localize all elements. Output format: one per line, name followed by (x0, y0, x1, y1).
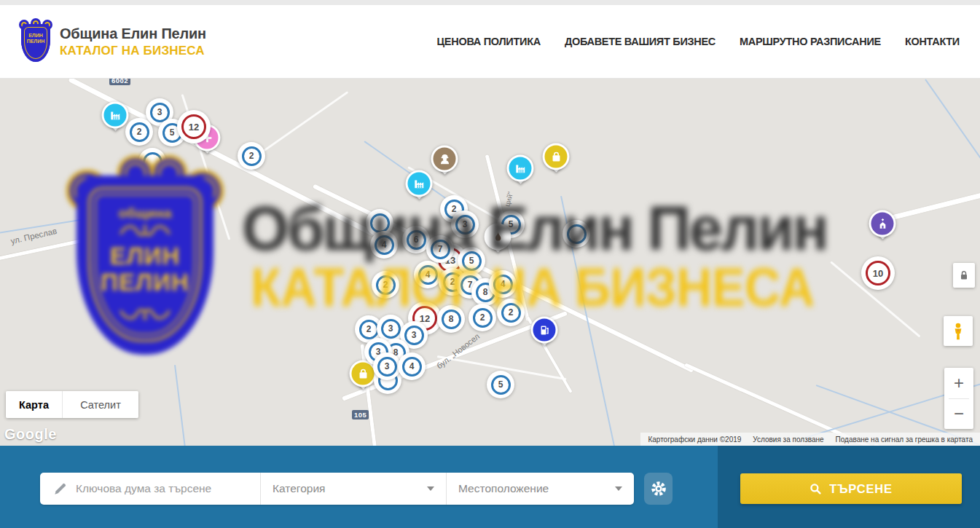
worker-icon (438, 152, 451, 165)
crest-name: ЕЛИН ПЕЛИН (19, 33, 52, 44)
site-title: Община Елин Пелин (60, 25, 206, 42)
zoom-out-button[interactable]: − (944, 398, 973, 429)
google-logo[interactable]: Google (4, 426, 57, 443)
chevron-down-icon (615, 486, 622, 491)
map-markers: 325122235641375242784128222338334510 (0, 79, 980, 446)
pencil-icon (53, 482, 67, 496)
map-cluster-4[interactable]: 4 (370, 231, 398, 259)
category-select[interactable]: Категория (260, 473, 446, 505)
attribution-report-link[interactable]: Подаване на сигнал за грешка в картата (836, 436, 973, 444)
map-pin-factory[interactable] (406, 170, 433, 197)
map-cluster-2[interactable]: 2 (238, 142, 265, 170)
advanced-search-button[interactable] (644, 473, 673, 505)
street-view-pegman[interactable] (944, 316, 973, 346)
nav-contacts[interactable]: КОНТАКТИ (905, 36, 960, 47)
gear-icon (651, 481, 667, 497)
zoom-control: + − (944, 368, 973, 429)
pegman-icon (950, 322, 966, 341)
flame-icon (491, 230, 504, 243)
nav-route-schedule[interactable]: МАРШРУТНО РАЗПИСАНИЕ (740, 36, 881, 47)
map-pin-factory[interactable] (507, 155, 534, 182)
map-type-control: Карта Сателит (6, 391, 138, 418)
chevron-down-icon (427, 486, 434, 491)
map-cluster-7[interactable]: 7 (426, 235, 454, 263)
search-button[interactable]: ТЪРСЕНЕ (740, 473, 962, 504)
attribution-copyright: Картографски данни ©2019 (648, 436, 741, 444)
map-cluster-2[interactable]: 2 (125, 118, 153, 146)
search-button-label: ТЪРСЕНЕ (829, 482, 892, 496)
map-cluster-3[interactable]: 3 (373, 352, 401, 380)
site-subtitle: КАТАЛОГ НА БИЗНЕСА (60, 44, 206, 58)
church-icon (876, 217, 889, 230)
map-cluster-4[interactable]: 4 (414, 261, 442, 288)
google-map[interactable]: 325122235641375242784128222338334510 общ… (0, 79, 980, 446)
municipality-crest-logo: ЕЛИН ПЕЛИН (19, 20, 52, 63)
category-select-value: Категория (273, 482, 325, 495)
factory-icon (412, 177, 426, 190)
map-cluster[interactable] (562, 220, 590, 248)
map-type-map-button[interactable]: Карта (6, 391, 63, 418)
map-pin-flame[interactable] (485, 224, 511, 251)
map-cluster-3[interactable]: 3 (451, 210, 479, 238)
factory-icon (109, 109, 122, 122)
map-cluster-8[interactable]: 8 (437, 305, 465, 333)
page-top-strip (0, 0, 980, 5)
map-cluster[interactable] (138, 148, 166, 176)
shopping-bag-icon (549, 150, 562, 163)
fuel-pump-icon (538, 323, 551, 336)
map-pin-fuel[interactable] (531, 317, 558, 344)
location-select-value: Местоположение (458, 482, 549, 495)
brand[interactable]: ЕЛИН ПЕЛИН Община Елин Пелин КАТАЛОГ НА … (19, 20, 206, 63)
map-cluster-4[interactable]: 4 (489, 270, 517, 298)
site-header: ЕЛИН ПЕЛИН Община Елин Пелин КАТАЛОГ НА … (0, 5, 980, 79)
map-pin-bag[interactable] (543, 143, 570, 170)
zoom-in-button[interactable]: + (944, 368, 973, 398)
search-input-group: Категория Местоположение (40, 473, 634, 505)
map-cluster-2[interactable]: 2 (372, 271, 399, 299)
location-select[interactable]: Местоположение (446, 473, 634, 505)
lock-control[interactable] (953, 263, 975, 288)
keyword-search-input[interactable] (76, 482, 260, 495)
lock-icon (958, 269, 970, 281)
map-pin-worker[interactable] (431, 146, 458, 173)
map-cluster-5[interactable]: 5 (487, 371, 514, 398)
map-pin-factory[interactable] (102, 102, 129, 129)
map-cluster-2[interactable]: 2 (497, 299, 525, 326)
map-pin-church[interactable] (869, 210, 896, 237)
map-cluster-12[interactable]: 12 (177, 110, 211, 143)
search-bar: Категория Местоположение ТЪРСЕНЕ (0, 446, 980, 528)
map-attribution: Картографски данни ©2019 Условия за полз… (640, 433, 980, 446)
map-cluster-4[interactable]: 4 (398, 352, 426, 380)
main-nav: ЦЕНОВА ПОЛИТИКА ДОБАВЕТЕ ВАШИЯТ БИЗНЕС М… (437, 36, 961, 47)
nav-pricing-policy[interactable]: ЦЕНОВА ПОЛИТИКА (437, 36, 541, 47)
search-icon (810, 483, 822, 495)
nav-add-your-business[interactable]: ДОБАВЕТЕ ВАШИЯТ БИЗНЕС (565, 36, 716, 47)
map-cluster-2[interactable]: 2 (469, 304, 496, 331)
shopping-bag-icon (356, 367, 369, 380)
attribution-terms-link[interactable]: Условия за ползване (753, 436, 823, 444)
map-cluster-10[interactable]: 10 (861, 256, 895, 290)
factory-icon (514, 162, 527, 175)
map-type-satellite-button[interactable]: Сателит (63, 391, 138, 418)
